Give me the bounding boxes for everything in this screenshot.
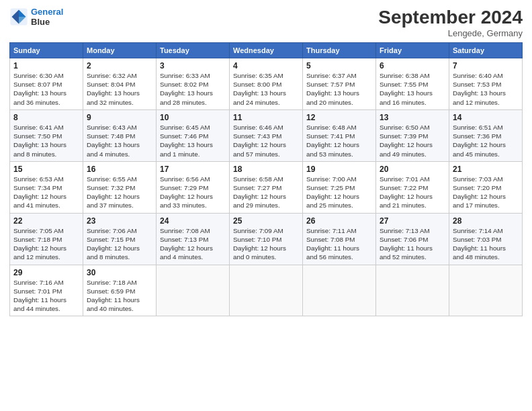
calendar-cell: 8Sunrise: 6:41 AMSunset: 7:50 PMDaylight… bbox=[10, 109, 83, 161]
calendar-cell: 2Sunrise: 6:32 AMSunset: 8:04 PMDaylight… bbox=[83, 58, 157, 110]
calendar-cell: 21Sunrise: 7:03 AMSunset: 7:20 PMDayligh… bbox=[449, 161, 523, 213]
day-number: 6 bbox=[380, 61, 445, 71]
col-saturday: Saturday bbox=[449, 43, 523, 58]
day-info: Sunrise: 7:18 AMSunset: 6:59 PMDaylight:… bbox=[87, 278, 152, 314]
calendar-cell: 22Sunrise: 7:05 AMSunset: 7:18 PMDayligh… bbox=[10, 213, 83, 265]
day-info: Sunrise: 6:58 AMSunset: 7:27 PMDaylight:… bbox=[233, 175, 299, 210]
col-tuesday: Tuesday bbox=[157, 43, 230, 58]
logo-line1: General bbox=[31, 7, 63, 17]
day-number: 14 bbox=[453, 113, 519, 122]
day-number: 27 bbox=[380, 216, 445, 226]
day-number: 29 bbox=[13, 268, 79, 277]
calendar-week-row-2: 8Sunrise: 6:41 AMSunset: 7:50 PMDaylight… bbox=[10, 109, 523, 161]
calendar-cell: 19Sunrise: 7:00 AMSunset: 7:25 PMDayligh… bbox=[303, 161, 376, 213]
logo: General Blue bbox=[9, 7, 63, 27]
calendar-cell: 14Sunrise: 6:51 AMSunset: 7:36 PMDayligh… bbox=[449, 109, 523, 161]
day-info: Sunrise: 6:43 AMSunset: 7:48 PMDaylight:… bbox=[87, 123, 152, 158]
col-sunday: Sunday bbox=[10, 43, 83, 58]
day-info: Sunrise: 6:48 AMSunset: 7:41 PMDaylight:… bbox=[306, 123, 372, 158]
calendar-cell: 12Sunrise: 6:48 AMSunset: 7:41 PMDayligh… bbox=[303, 109, 376, 161]
day-info: Sunrise: 6:51 AMSunset: 7:36 PMDaylight:… bbox=[453, 123, 519, 158]
calendar-cell: 3Sunrise: 6:33 AMSunset: 8:02 PMDaylight… bbox=[157, 58, 230, 110]
calendar-cell bbox=[449, 265, 523, 316]
day-info: Sunrise: 6:32 AMSunset: 8:04 PMDaylight:… bbox=[87, 71, 152, 107]
day-info: Sunrise: 7:09 AMSunset: 7:10 PMDaylight:… bbox=[233, 226, 299, 262]
calendar-cell: 5Sunrise: 6:37 AMSunset: 7:57 PMDaylight… bbox=[303, 58, 376, 110]
day-number: 12 bbox=[306, 113, 372, 122]
calendar-cell bbox=[230, 265, 303, 316]
calendar-cell: 1Sunrise: 6:30 AMSunset: 8:07 PMDaylight… bbox=[10, 58, 83, 110]
logo-line2: Blue bbox=[31, 17, 63, 27]
day-number: 7 bbox=[453, 61, 519, 71]
day-info: Sunrise: 6:38 AMSunset: 7:55 PMDaylight:… bbox=[380, 71, 445, 107]
calendar-cell: 25Sunrise: 7:09 AMSunset: 7:10 PMDayligh… bbox=[230, 213, 303, 265]
day-number: 20 bbox=[380, 165, 445, 174]
col-monday: Monday bbox=[83, 43, 157, 58]
calendar-cell: 9Sunrise: 6:43 AMSunset: 7:48 PMDaylight… bbox=[83, 109, 157, 161]
day-info: Sunrise: 7:16 AMSunset: 7:01 PMDaylight:… bbox=[13, 278, 79, 314]
calendar-cell: 29Sunrise: 7:16 AMSunset: 7:01 PMDayligh… bbox=[10, 265, 83, 316]
location: Lengede, Germany bbox=[378, 28, 523, 38]
day-info: Sunrise: 7:11 AMSunset: 7:08 PMDaylight:… bbox=[306, 226, 372, 262]
day-number: 3 bbox=[160, 61, 226, 71]
calendar-table: Sunday Monday Tuesday Wednesday Thursday… bbox=[9, 42, 523, 316]
calendar-header-row: Sunday Monday Tuesday Wednesday Thursday… bbox=[10, 43, 523, 58]
calendar-cell: 7Sunrise: 6:40 AMSunset: 7:53 PMDaylight… bbox=[449, 58, 523, 110]
calendar-cell: 10Sunrise: 6:45 AMSunset: 7:46 PMDayligh… bbox=[157, 109, 230, 161]
day-info: Sunrise: 6:55 AMSunset: 7:32 PMDaylight:… bbox=[87, 175, 152, 210]
day-info: Sunrise: 6:37 AMSunset: 7:57 PMDaylight:… bbox=[306, 71, 372, 107]
calendar-cell: 18Sunrise: 6:58 AMSunset: 7:27 PMDayligh… bbox=[230, 161, 303, 213]
day-info: Sunrise: 6:30 AMSunset: 8:07 PMDaylight:… bbox=[13, 71, 79, 107]
day-number: 17 bbox=[160, 165, 226, 174]
day-info: Sunrise: 6:46 AMSunset: 7:43 PMDaylight:… bbox=[233, 123, 299, 158]
calendar-cell bbox=[303, 265, 376, 316]
day-info: Sunrise: 7:13 AMSunset: 7:06 PMDaylight:… bbox=[380, 226, 445, 262]
calendar-cell: 30Sunrise: 7:18 AMSunset: 6:59 PMDayligh… bbox=[83, 265, 157, 316]
day-info: Sunrise: 6:56 AMSunset: 7:29 PMDaylight:… bbox=[160, 175, 226, 210]
calendar-week-row-5: 29Sunrise: 7:16 AMSunset: 7:01 PMDayligh… bbox=[10, 265, 523, 316]
calendar-cell: 20Sunrise: 7:01 AMSunset: 7:22 PMDayligh… bbox=[376, 161, 449, 213]
header: General Blue September 2024 Lengede, Ger… bbox=[9, 7, 523, 38]
calendar-cell: 23Sunrise: 7:06 AMSunset: 7:15 PMDayligh… bbox=[83, 213, 157, 265]
day-number: 23 bbox=[87, 216, 152, 226]
calendar-cell: 4Sunrise: 6:35 AMSunset: 8:00 PMDaylight… bbox=[230, 58, 303, 110]
month-year: September 2024 bbox=[378, 7, 523, 28]
day-number: 30 bbox=[87, 268, 152, 277]
day-info: Sunrise: 6:45 AMSunset: 7:46 PMDaylight:… bbox=[160, 123, 226, 158]
calendar-cell bbox=[376, 265, 449, 316]
day-info: Sunrise: 7:08 AMSunset: 7:13 PMDaylight:… bbox=[160, 226, 226, 262]
day-info: Sunrise: 6:35 AMSunset: 8:00 PMDaylight:… bbox=[233, 71, 299, 107]
page: General Blue September 2024 Lengede, Ger… bbox=[0, 0, 532, 411]
day-number: 5 bbox=[306, 61, 372, 71]
day-info: Sunrise: 7:06 AMSunset: 7:15 PMDaylight:… bbox=[87, 226, 152, 262]
calendar-cell: 28Sunrise: 7:14 AMSunset: 7:03 PMDayligh… bbox=[449, 213, 523, 265]
day-number: 25 bbox=[233, 216, 299, 226]
col-wednesday: Wednesday bbox=[230, 43, 303, 58]
calendar-cell: 16Sunrise: 6:55 AMSunset: 7:32 PMDayligh… bbox=[83, 161, 157, 213]
logo-icon bbox=[9, 7, 28, 26]
calendar-cell: 27Sunrise: 7:13 AMSunset: 7:06 PMDayligh… bbox=[376, 213, 449, 265]
day-number: 13 bbox=[380, 113, 445, 122]
day-number: 10 bbox=[160, 113, 226, 122]
col-friday: Friday bbox=[376, 43, 449, 58]
day-info: Sunrise: 7:03 AMSunset: 7:20 PMDaylight:… bbox=[453, 175, 519, 210]
day-number: 16 bbox=[87, 165, 152, 174]
calendar-cell: 26Sunrise: 7:11 AMSunset: 7:08 PMDayligh… bbox=[303, 213, 376, 265]
day-number: 1 bbox=[13, 61, 79, 71]
logo-text: General Blue bbox=[31, 7, 63, 27]
day-number: 28 bbox=[453, 216, 519, 226]
day-number: 24 bbox=[160, 216, 226, 226]
day-info: Sunrise: 6:33 AMSunset: 8:02 PMDaylight:… bbox=[160, 71, 226, 107]
day-number: 22 bbox=[13, 216, 79, 226]
day-number: 2 bbox=[87, 61, 152, 71]
calendar-cell: 15Sunrise: 6:53 AMSunset: 7:34 PMDayligh… bbox=[10, 161, 83, 213]
calendar-cell: 11Sunrise: 6:46 AMSunset: 7:43 PMDayligh… bbox=[230, 109, 303, 161]
day-number: 21 bbox=[453, 165, 519, 174]
day-number: 8 bbox=[13, 113, 79, 122]
calendar-week-row-3: 15Sunrise: 6:53 AMSunset: 7:34 PMDayligh… bbox=[10, 161, 523, 213]
day-number: 19 bbox=[306, 165, 372, 174]
day-info: Sunrise: 7:01 AMSunset: 7:22 PMDaylight:… bbox=[380, 175, 445, 210]
day-number: 4 bbox=[233, 61, 299, 71]
day-number: 26 bbox=[306, 216, 372, 226]
day-number: 11 bbox=[233, 113, 299, 122]
